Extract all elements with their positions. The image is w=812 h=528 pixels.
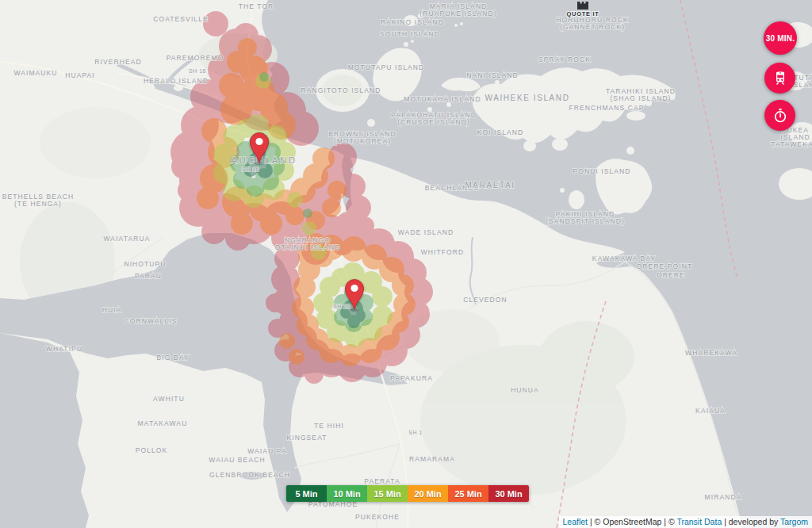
- transit-isochrone-map-app: { "controls": { "time_button_label": "30…: [0, 0, 812, 528]
- map-label: NGARANGOOTAINUI ISLAND: [275, 236, 340, 251]
- timer-button[interactable]: [764, 100, 795, 131]
- map-label: WAIATARUA: [104, 235, 151, 243]
- map-label: MOTUTAPU ISLAND: [348, 63, 425, 71]
- map-label: KOI ISLAND: [477, 128, 524, 136]
- map-label: CLEVEDON: [463, 296, 508, 304]
- map-label: WAIAU PA: [247, 447, 286, 455]
- map-label: CORNWALLIS: [124, 317, 178, 325]
- stopwatch-icon: [772, 108, 788, 124]
- map-label: TE HIHI: [314, 422, 344, 430]
- map-label: KAIAUA: [695, 407, 726, 415]
- map-label: POLLOK: [136, 446, 168, 454]
- map-label: PAKIHI ISLAND(SANDSPIT ISLAND): [546, 210, 625, 225]
- map-label: COATESVILLE: [153, 15, 209, 23]
- map-label: PAPAKURA: [390, 374, 433, 382]
- map-label: MARIA ISLAND(RUAPUKE ISLAND): [419, 2, 496, 17]
- map-label: MATAKAWAU: [138, 419, 188, 427]
- castle-icon: [577, 2, 588, 10]
- map-label: AUCKLAND: [231, 155, 297, 165]
- travel-time-button[interactable]: 30 MIN.: [764, 21, 797, 55]
- travel-time-legend: 5 Min10 Min15 Min20 Min25 Min30 Min: [286, 485, 529, 502]
- attribution-bar: Leaflet | © OpenStreetMap | © Transit Da…: [559, 516, 812, 528]
- map-label: PAPAKOHATU ISLAND(CRUSOE ISLAND): [391, 111, 477, 126]
- map-label: WAIHEKE ISLAND: [485, 94, 569, 102]
- map-label: KINGSEAT: [286, 434, 327, 442]
- train-icon: [772, 71, 788, 86]
- map-label: PONUI ISLAND: [573, 167, 630, 175]
- map-label: PAREMOREMO: [167, 54, 224, 62]
- map-label: HUNUA: [511, 386, 539, 394]
- legend-item-25-min: 25 Min: [448, 485, 488, 502]
- map-label: TARAHIKI ISLAND(SHAG ISLAND): [606, 87, 676, 102]
- attribution-text: | © OpenStreetMap | ©: [588, 517, 676, 526]
- map-label: SH 18: [189, 68, 206, 74]
- attribution-link-leaflet[interactable]: Leaflet: [563, 517, 588, 526]
- map-label: HUIA: [102, 306, 122, 314]
- map-label: MOTUKAHA ISLAND: [404, 95, 481, 103]
- map-label: NIHOTUPU: [124, 260, 166, 268]
- map-label: SH 1: [408, 430, 423, 435]
- map-label: THE TOR: [239, 2, 274, 10]
- map-label: MARAETAI: [465, 181, 515, 189]
- map-label: FRENCHMANS CAP: [569, 104, 644, 112]
- map-label: WADE ISLAND: [398, 228, 454, 236]
- map-label: SPRAY ROCK: [538, 55, 591, 63]
- map-label: BROWNS ISLAND(MOTUKOREA): [328, 130, 396, 145]
- map-label: ORERE: [657, 271, 685, 279]
- map-label: MIRANDA: [705, 493, 742, 501]
- map-label: AWHITU: [153, 395, 185, 403]
- map-label: SOUTH ISLAND: [380, 30, 440, 38]
- map-label: BIG BAY: [156, 354, 189, 362]
- map-label: WHAREKAWA: [685, 349, 737, 357]
- map-label: GLENBROOK BEACH: [209, 471, 290, 479]
- map-canvas[interactable]: THE TORCOATESVILLEPAREMOREMORIVERHEADWAI…: [0, 0, 812, 528]
- poi-label: QUOTE IT: [566, 10, 599, 17]
- map-label: RAMARAMA: [409, 455, 455, 463]
- map-label: TATAWEKA: [771, 140, 812, 148]
- map-label: ORERE POINT: [637, 262, 693, 270]
- map-label: PAERATA: [364, 477, 400, 485]
- map-label: WAIMAUKU: [13, 69, 57, 77]
- legend-item-5-min: 5 Min: [286, 485, 327, 502]
- transit-mode-button[interactable]: [764, 63, 795, 94]
- map-label: PARAU: [135, 272, 162, 280]
- map-label: HERALD ISLAND: [144, 77, 209, 85]
- map-label: WAIAU BEACH: [209, 456, 265, 464]
- map-label: NANI ISLAND: [466, 71, 518, 79]
- map-label: KAWAKAWA BAY: [592, 254, 656, 262]
- map-label: HUAPAI: [65, 71, 95, 79]
- legend-item-15-min: 15 Min: [367, 485, 408, 502]
- legend-item-10-min: 10 Min: [327, 485, 367, 502]
- attribution-link-targom[interactable]: Targom: [780, 517, 808, 526]
- attribution-link-transit-data[interactable]: Transit Data: [676, 517, 722, 526]
- legend-item-30-min: 30 Min: [488, 485, 529, 502]
- map-label: SH 20: [333, 304, 350, 309]
- attribution-text: | developed by: [722, 517, 780, 526]
- map-label: WHITFORD: [421, 248, 465, 256]
- map-label: RANGITOTO ISLAND: [301, 86, 381, 94]
- map-label: WHATIPU: [46, 345, 82, 353]
- map-label: HORUHORU ROCK(GANNET ROCK): [556, 16, 628, 31]
- map-label: SH 16: [242, 166, 259, 172]
- legend-item-20-min: 20 Min: [408, 485, 448, 502]
- map-label: PUKEKOHE: [355, 513, 400, 521]
- map-label: RAKINO ISLAND: [381, 18, 444, 26]
- map-label: RIVERHEAD: [94, 58, 142, 66]
